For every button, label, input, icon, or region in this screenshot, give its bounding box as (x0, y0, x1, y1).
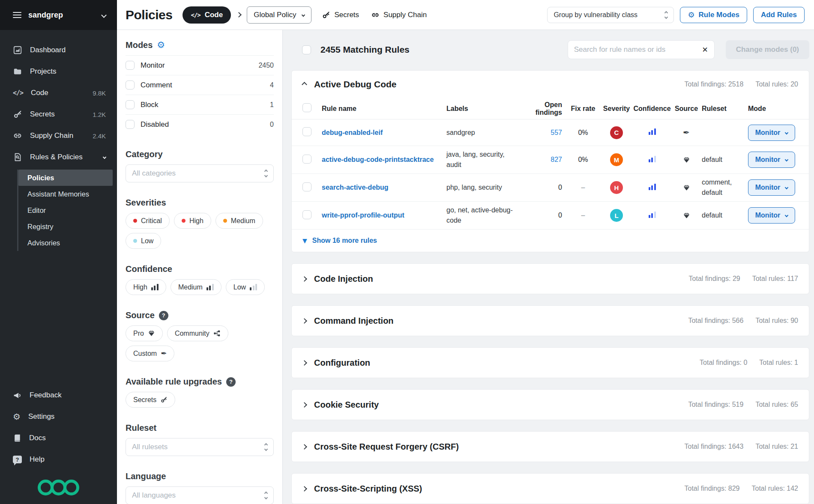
sidebar-subitem-assistant-memories[interactable]: Assistant Memories (18, 186, 113, 202)
rule-name-link[interactable]: active-debug-code-printstacktrace (322, 156, 434, 163)
confidence-chip-low[interactable]: Low (226, 279, 265, 295)
mode-filter-comment[interactable]: Comment 4 (126, 75, 274, 95)
sidebar-item-rules-policies[interactable]: Rules & Policies (0, 146, 117, 168)
open-findings-count[interactable]: 557 (551, 129, 562, 136)
filter-heading-category: Category (126, 149, 274, 159)
checkbox[interactable] (126, 100, 135, 109)
clear-search-icon[interactable]: ✕ (702, 46, 708, 54)
column-header: Ruleset (702, 104, 748, 114)
rule-name-link[interactable]: search-active-debug (322, 184, 389, 191)
org-switcher[interactable]: sandgrep (0, 0, 117, 30)
fix-rate: 0% (578, 156, 588, 163)
product-tab-secrets[interactable]: Secrets (322, 11, 359, 19)
severity-chip-high[interactable]: High (174, 213, 211, 229)
row-checkbox[interactable] (302, 182, 311, 191)
chevron-right-icon (302, 360, 307, 366)
results-toolbar: 2455 Matching Rules ✕ Change modes (0) (291, 40, 809, 59)
confidence-bars-icon (649, 128, 656, 135)
checkbox[interactable] (126, 120, 135, 129)
upgrade-chip-secrets[interactable]: Secrets (126, 392, 175, 408)
policy-select[interactable]: Global Policy (247, 6, 311, 24)
sidebar-item-label: Feedback (30, 391, 62, 400)
filter-heading-severities: Severities (126, 198, 274, 208)
show-more-rules[interactable]: ▼ Show 16 more rules (292, 230, 809, 252)
top-header: Policies </> Code Global Policy Secrets … (117, 0, 814, 30)
ruleset-select[interactable]: All rulesets (126, 438, 274, 456)
sidebar-item-supply-chain[interactable]: Supply Chain 2.4K (0, 125, 117, 146)
severity-chip-medium[interactable]: Medium (215, 213, 263, 229)
help-icon[interactable]: ? (159, 311, 168, 320)
group-select-checkbox[interactable] (302, 103, 311, 112)
help-icon[interactable]: ? (226, 377, 236, 387)
sidebar-item-feedback[interactable]: Feedback (0, 385, 117, 406)
row-checkbox[interactable] (302, 155, 311, 164)
chevron-right-icon (302, 318, 307, 324)
sidebar-item-settings[interactable]: ⚙ Settings (0, 406, 117, 427)
chevron-right-icon (302, 486, 307, 492)
gear-icon[interactable]: ⚙ (157, 41, 165, 50)
source-chip-pro[interactable]: Pro (126, 325, 163, 341)
severity-badge: H (610, 181, 623, 194)
rule-group-collapsed[interactable]: Cookie Security Total findings: 519Total… (291, 389, 809, 420)
row-checkbox[interactable] (302, 127, 311, 136)
confidence-chip-medium[interactable]: Medium (171, 279, 221, 295)
sidebar-subitem-registry[interactable]: Registry (18, 218, 113, 235)
rule-group-collapsed[interactable]: Cross-Site Request Forgery (CSRF) Total … (291, 431, 809, 462)
sidebar-item-dashboard[interactable]: Dashboard (0, 39, 117, 61)
mode-filter-disabled[interactable]: Disabled 0 (126, 114, 274, 134)
add-rules-button[interactable]: Add Rules (753, 7, 805, 23)
group-by-select[interactable]: Group by vulnerability class (547, 7, 674, 23)
severity-chip-low[interactable]: Low (126, 233, 161, 249)
hamburger-menu-icon[interactable] (13, 12, 21, 18)
mode-filter-monitor[interactable]: Monitor 2450 (126, 55, 274, 75)
open-findings-count[interactable]: 0 (558, 212, 562, 219)
table-row: debug-enabled-leif sandgrep 557 0% C ✒ M… (292, 119, 809, 146)
sidebar-subitem-advisories[interactable]: Advisories (18, 235, 113, 251)
rule-name-link[interactable]: write-pprof-profile-output (322, 212, 404, 219)
severity-chip-critical[interactable]: Critical (126, 213, 170, 229)
sidebar-item-projects[interactable]: Projects (0, 61, 117, 82)
rule-name-link[interactable]: debug-enabled-leif (322, 129, 383, 136)
pen-icon: ✒ (161, 350, 167, 357)
sidebar-subitem-editor[interactable]: Editor (18, 202, 113, 218)
table-row: active-debug-code-printstacktrace java, … (292, 146, 809, 174)
rule-labels: java, lang, security, audit (446, 149, 524, 170)
product-tab-code[interactable]: </> Code (183, 6, 231, 24)
sidebar-item-code[interactable]: </> Code 9.8K (0, 82, 117, 104)
search-input[interactable] (574, 45, 698, 54)
rule-modes-button[interactable]: ⚙ Rule Modes (680, 7, 747, 23)
checkbox[interactable] (126, 61, 135, 70)
source-chip-community[interactable]: Community (167, 325, 228, 341)
total-rules: Total rules: 90 (755, 317, 798, 325)
group-header[interactable]: Active Debug Code Total findings: 2518 T… (292, 71, 809, 98)
language-select[interactable]: All languages (126, 486, 274, 504)
fix-rate: – (581, 212, 585, 219)
row-checkbox[interactable] (302, 210, 311, 219)
sidebar-item-help[interactable]: ? Help (0, 449, 117, 470)
mode-filter-block[interactable]: Block 1 (126, 95, 274, 114)
total-findings: Total findings: 566 (688, 317, 743, 325)
rule-group-collapsed[interactable]: Code Injection Total findings: 29Total r… (291, 263, 809, 294)
rule-group-collapsed[interactable]: Command Injection Total findings: 566Tot… (291, 305, 809, 336)
source-chip-custom[interactable]: Custom✒ (126, 346, 174, 361)
mode-select[interactable]: Monitor (748, 179, 795, 196)
select-all-checkbox[interactable] (302, 45, 311, 54)
category-select[interactable]: All categories (126, 164, 274, 182)
open-findings-count[interactable]: 827 (551, 156, 562, 163)
product-tab-supply-chain[interactable]: Supply Chain (371, 11, 427, 19)
sidebar-item-secrets[interactable]: Secrets 1.2K (0, 104, 117, 125)
gem-icon (148, 330, 155, 337)
open-findings-count[interactable]: 0 (558, 184, 562, 191)
mode-select[interactable]: Monitor (748, 152, 795, 168)
table-row: search-active-debug php, lang, security … (292, 174, 809, 202)
checkbox[interactable] (126, 81, 135, 89)
sidebar-item-docs[interactable]: Docs (0, 427, 117, 449)
sidebar-subitem-policies[interactable]: Policies (18, 170, 113, 186)
change-modes-button[interactable]: Change modes (0) (726, 40, 809, 59)
column-header: Labels (446, 104, 524, 114)
rule-group-collapsed[interactable]: Configuration Total findings: 0Total rul… (291, 347, 809, 378)
confidence-chip-high[interactable]: High (126, 279, 166, 295)
mode-select[interactable]: Monitor (748, 207, 795, 224)
mode-select[interactable]: Monitor (748, 125, 795, 141)
rule-group-collapsed[interactable]: Cross-Site-Scripting (XSS) Total finding… (291, 473, 809, 504)
